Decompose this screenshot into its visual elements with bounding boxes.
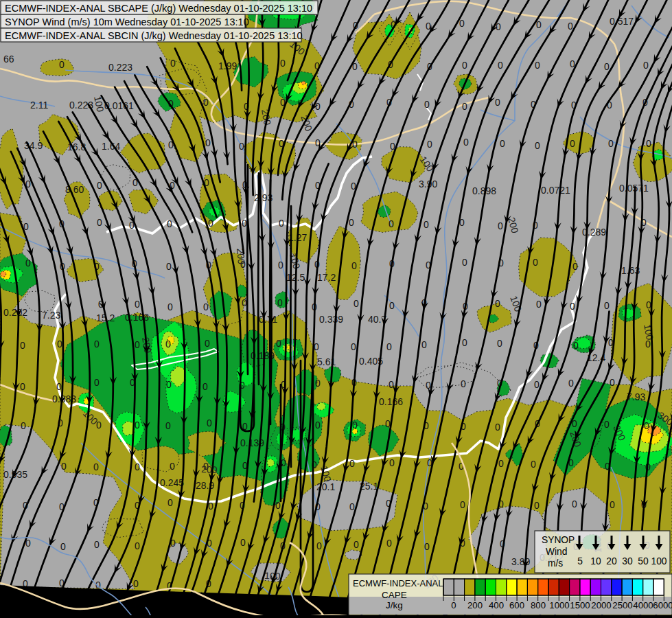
svg-text:ECMWF-INDEX-ANAL SBCIN (J/kg): ECMWF-INDEX-ANAL SBCIN (J/kg) Wednesday …: [5, 30, 303, 41]
svg-text:0: 0: [535, 140, 540, 151]
svg-text:0: 0: [97, 180, 102, 191]
svg-text:0: 0: [93, 461, 99, 472]
svg-text:0.517: 0.517: [610, 16, 634, 27]
svg-text:0: 0: [461, 378, 466, 389]
svg-text:0: 0: [135, 299, 140, 310]
svg-text:0: 0: [205, 338, 210, 349]
svg-text:0: 0: [500, 138, 505, 149]
svg-text:0: 0: [97, 217, 102, 228]
svg-text:0: 0: [463, 137, 469, 148]
svg-text:17.2: 17.2: [317, 272, 336, 283]
svg-text:ECMWF-INDEX-ANAL SBCAPE (J/kg): ECMWF-INDEX-ANAL SBCAPE (J/kg) Wednesday…: [5, 3, 312, 14]
svg-text:0: 0: [167, 218, 172, 229]
svg-text:0: 0: [644, 420, 649, 431]
svg-text:0: 0: [386, 341, 392, 352]
svg-text:0: 0: [389, 218, 394, 229]
svg-text:0: 0: [424, 99, 430, 110]
svg-text:200: 200: [201, 464, 218, 475]
svg-text:0: 0: [135, 420, 140, 431]
svg-text:0: 0: [535, 60, 540, 71]
svg-text:0: 0: [352, 420, 358, 431]
svg-text:0.0721: 0.0721: [541, 185, 570, 196]
svg-text:0: 0: [573, 340, 579, 351]
svg-text:0: 0: [21, 420, 26, 431]
svg-text:0: 0: [462, 257, 467, 268]
svg-text:0: 0: [424, 219, 429, 230]
svg-text:0.0571: 0.0571: [619, 183, 649, 194]
svg-text:m/s: m/s: [548, 558, 563, 569]
svg-text:SYNOP: SYNOP: [542, 535, 575, 545]
svg-text:0.71: 0.71: [259, 314, 277, 325]
svg-text:0: 0: [534, 500, 540, 511]
svg-text:0.223: 0.223: [69, 100, 93, 111]
svg-text:0: 0: [608, 138, 614, 149]
svg-text:0: 0: [20, 381, 25, 392]
svg-text:0: 0: [316, 540, 322, 551]
svg-text:66: 66: [3, 54, 14, 65]
svg-text:J/kg: J/kg: [386, 600, 403, 610]
svg-text:1500: 1500: [570, 600, 590, 610]
svg-text:0: 0: [495, 97, 500, 108]
svg-text:0: 0: [536, 299, 542, 310]
svg-text:0: 0: [604, 61, 610, 72]
svg-text:0.339: 0.339: [319, 314, 343, 325]
svg-text:0: 0: [165, 420, 171, 431]
svg-text:600: 600: [509, 600, 524, 610]
svg-text:0.223: 0.223: [108, 62, 132, 73]
svg-text:0: 0: [460, 499, 465, 510]
svg-text:2000: 2000: [591, 600, 611, 610]
svg-text:0: 0: [135, 461, 140, 472]
svg-text:0: 0: [354, 539, 359, 550]
svg-text:0: 0: [462, 337, 467, 348]
svg-text:2500: 2500: [612, 600, 632, 610]
svg-text:0: 0: [421, 339, 427, 350]
svg-text:0.289: 0.289: [582, 227, 606, 238]
svg-text:0: 0: [646, 138, 651, 149]
svg-text:SYNOP Wind (m/s) 10m Wednesday: SYNOP Wind (m/s) 10m Wednesday 01-10-202…: [5, 16, 249, 27]
svg-text:0: 0: [572, 499, 577, 510]
svg-text:0: 0: [604, 419, 610, 430]
svg-text:0: 0: [349, 217, 354, 228]
svg-text:0: 0: [568, 21, 573, 32]
svg-text:0: 0: [278, 260, 283, 271]
svg-text:0: 0: [166, 379, 172, 390]
svg-text:10: 10: [590, 556, 601, 566]
svg-text:1000: 1000: [549, 600, 569, 610]
svg-text:0: 0: [315, 420, 321, 431]
svg-text:0: 0: [239, 141, 244, 152]
svg-text:0.202: 0.202: [3, 307, 27, 318]
svg-text:0: 0: [56, 381, 62, 392]
svg-text:0: 0: [572, 261, 578, 272]
svg-text:0: 0: [498, 458, 504, 469]
svg-text:0: 0: [497, 338, 502, 349]
svg-text:0: 0: [25, 258, 31, 268]
svg-text:800: 800: [531, 600, 546, 610]
svg-text:0: 0: [242, 218, 247, 229]
svg-text:0: 0: [276, 338, 281, 349]
svg-text:200: 200: [235, 248, 247, 265]
svg-text:100: 100: [651, 556, 667, 566]
svg-text:0: 0: [60, 541, 66, 552]
svg-text:0: 0: [495, 422, 500, 433]
svg-text:0: 0: [389, 300, 395, 311]
svg-text:0: 0: [570, 301, 575, 312]
svg-text:0: 0: [279, 218, 284, 229]
svg-text:0: 0: [202, 381, 208, 392]
svg-text:0: 0: [315, 378, 321, 389]
svg-text:0: 0: [166, 261, 172, 272]
svg-text:30: 30: [622, 556, 633, 566]
svg-text:7.23: 7.23: [42, 310, 60, 321]
svg-text:0: 0: [427, 139, 432, 150]
svg-text:2.11: 2.11: [30, 100, 48, 111]
svg-text:0: 0: [354, 298, 359, 309]
svg-text:0: 0: [277, 297, 283, 308]
svg-text:0: 0: [94, 339, 100, 350]
svg-text:0: 0: [203, 97, 209, 108]
svg-text:0: 0: [534, 379, 540, 390]
svg-text:20: 20: [606, 556, 617, 566]
svg-text:0: 0: [498, 220, 503, 231]
svg-text:200: 200: [467, 600, 483, 610]
svg-text:0: 0: [242, 297, 247, 308]
svg-text:0: 0: [20, 340, 25, 351]
svg-text:0: 0: [570, 138, 575, 149]
